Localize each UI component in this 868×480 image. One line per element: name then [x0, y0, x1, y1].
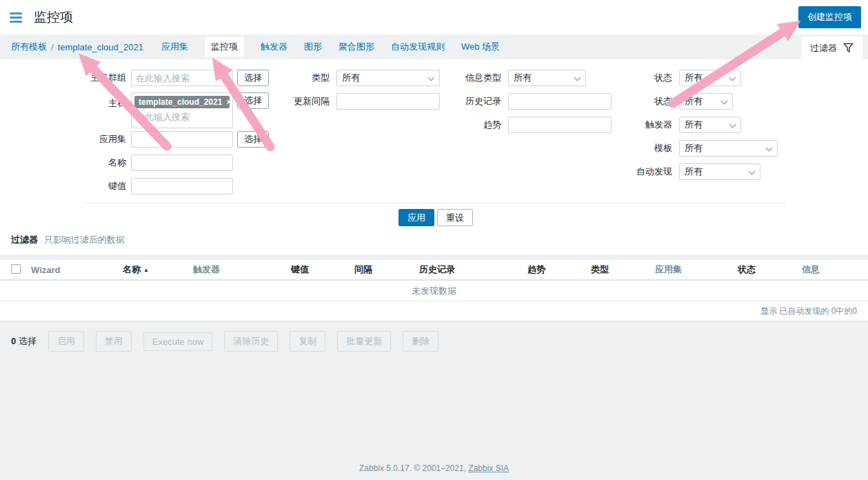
- chevron-down-icon: [749, 168, 756, 175]
- status-label: 状态: [572, 93, 672, 110]
- name-input[interactable]: [131, 154, 233, 171]
- footer-link[interactable]: Zabbix SIA: [468, 463, 509, 473]
- col-triggers: 触发器: [193, 263, 291, 276]
- create-item-button[interactable]: 创建监控项: [798, 6, 861, 28]
- copy-button[interactable]: 复制: [290, 331, 325, 352]
- filter-note-text: 只影响过滤后的数据: [44, 234, 125, 245]
- status-select[interactable]: 所有: [679, 93, 733, 110]
- tab-applications[interactable]: 应用集: [161, 37, 188, 57]
- menu-icon[interactable]: [10, 10, 23, 25]
- select-all-cell: [11, 264, 31, 276]
- state-select[interactable]: 所有: [679, 70, 741, 86]
- filter-funnel-icon: [843, 43, 854, 53]
- filter-note: 过滤器 只影响过滤后的数据: [0, 228, 868, 254]
- filter-divider: [83, 203, 785, 203]
- mass-update-button[interactable]: 批量更新: [337, 331, 391, 352]
- triggers-select-value: 所有: [685, 119, 703, 131]
- template-select[interactable]: 所有: [679, 140, 778, 157]
- col-history[interactable]: 历史记录: [419, 263, 527, 276]
- type-label: 类型: [234, 70, 330, 86]
- chevron-down-icon: [729, 121, 736, 128]
- col-status[interactable]: 状态: [738, 263, 802, 276]
- tab-web-scenarios[interactable]: Web 场景: [461, 37, 500, 57]
- triggers-select[interactable]: 所有: [679, 117, 741, 133]
- execute-now-button[interactable]: Execute now: [143, 332, 212, 351]
- host-tag-label: template_cloud_2021: [139, 97, 222, 107]
- selected-count-number: 0: [11, 336, 16, 346]
- apply-button[interactable]: 应用: [398, 209, 434, 226]
- filter-tab[interactable]: 过滤器: [801, 37, 862, 59]
- application-input[interactable]: [131, 131, 233, 148]
- host-group-input[interactable]: [131, 70, 233, 86]
- col-type[interactable]: 类型: [591, 263, 655, 276]
- breadcrumb-all-templates[interactable]: 所有模板: [11, 41, 47, 53]
- selected-count-label: 选择: [19, 336, 37, 346]
- filter-note-title: 过滤器: [11, 234, 38, 245]
- update-interval-label: 更新间隔: [234, 93, 330, 110]
- state-label: 状态: [572, 70, 672, 86]
- app-header: 监控项 创建监控项: [0, 0, 868, 34]
- tab-items[interactable]: 监控项: [205, 37, 244, 57]
- info-type-label: 信息类型: [407, 70, 501, 86]
- info-type-select-value: 所有: [514, 72, 532, 84]
- col-applications: 应用集: [655, 263, 738, 276]
- host-group-label: 主机群组: [14, 70, 126, 86]
- breadcrumb-template-name[interactable]: template_cloud_2021: [58, 42, 143, 52]
- select-all-checkbox[interactable]: [11, 264, 21, 274]
- tab-graphs[interactable]: 图形: [304, 37, 322, 57]
- discovery-select-value: 所有: [685, 166, 703, 178]
- empty-data-row: 未发现数据: [0, 281, 868, 301]
- application-select-button[interactable]: 选择: [237, 131, 269, 148]
- entity-tabs: 应用集 监控项 触发器 图形 聚合图形 自动发现规则 Web 场景: [161, 37, 500, 57]
- filter-tab-label: 过滤器: [810, 42, 837, 54]
- table-summary: 显示 已自动发现的 0中的0: [0, 301, 868, 321]
- breadcrumb-separator: /: [51, 42, 54, 52]
- reset-button[interactable]: 重设: [437, 209, 473, 226]
- selected-count: 0 选择: [11, 335, 37, 348]
- discovery-select[interactable]: 所有: [679, 163, 760, 180]
- col-name[interactable]: 名称▲: [123, 263, 193, 276]
- footer-text: Zabbix 5.0.17. © 2001–2021,: [359, 463, 468, 473]
- chevron-down-icon: [729, 74, 736, 81]
- tab-discovery-rules[interactable]: 自动发现规则: [391, 37, 445, 57]
- trends-label: 趋势: [407, 117, 501, 133]
- col-key[interactable]: 键值: [291, 263, 354, 276]
- tag-close-icon[interactable]: ×: [226, 97, 231, 107]
- delete-button[interactable]: 删除: [403, 331, 438, 352]
- triggers-label: 触发器: [572, 117, 672, 133]
- table-header-row: Wizard 名称▲ 触发器 键值 间隔 历史记录 趋势 类型 应用集 状态 信…: [0, 260, 868, 281]
- tab-triggers[interactable]: 触发器: [261, 37, 287, 57]
- application-label: 应用集: [14, 131, 126, 148]
- col-wizard: Wizard: [31, 265, 123, 275]
- host-tag: template_cloud_2021 ×: [134, 96, 230, 108]
- breadcrumb-nav: 所有模板 / template_cloud_2021 应用集 监控项 触发器 图…: [0, 34, 868, 59]
- page-title: 监控项: [34, 8, 73, 26]
- clear-history-button[interactable]: 清除历史: [224, 331, 278, 352]
- sort-asc-icon: ▲: [143, 267, 149, 273]
- tab-screens[interactable]: 聚合图形: [339, 37, 374, 57]
- col-info: 信息: [802, 263, 868, 276]
- template-label: 模板: [572, 140, 672, 157]
- host-search-placeholder: 在此输入搜索: [134, 111, 230, 123]
- key-label: 键值: [14, 178, 126, 194]
- col-interval[interactable]: 间隔: [354, 263, 419, 276]
- action-bar: 0 选择 启用 禁用 Execute now 清除历史 复制 批量更新 删除: [0, 331, 868, 352]
- discovery-label: 自动发现: [572, 163, 672, 180]
- chevron-down-icon: [721, 98, 728, 105]
- items-table: Wizard 名称▲ 触发器 键值 间隔 历史记录 趋势 类型 应用集 状态 信…: [0, 260, 868, 321]
- state-select-value: 所有: [685, 72, 703, 84]
- name-label: 名称: [14, 154, 126, 171]
- key-input[interactable]: [131, 178, 233, 194]
- filter-panel: 主机群组 选择 主机 template_cloud_2021 × 在此输入搜索 …: [0, 59, 868, 254]
- chevron-down-icon: [766, 145, 773, 152]
- disable-button[interactable]: 禁用: [96, 331, 132, 352]
- status-select-value: 所有: [685, 95, 703, 108]
- app-footer: Zabbix 5.0.17. © 2001–2021, Zabbix SIA: [0, 463, 868, 473]
- host-multiselect[interactable]: template_cloud_2021 × 在此输入搜索: [131, 92, 233, 128]
- history-label: 历史记录: [407, 93, 501, 110]
- type-select-value: 所有: [342, 72, 360, 84]
- template-select-value: 所有: [685, 142, 703, 154]
- col-trends[interactable]: 趋势: [527, 263, 591, 276]
- enable-button[interactable]: 启用: [48, 331, 84, 352]
- host-label: 主机: [14, 95, 126, 112]
